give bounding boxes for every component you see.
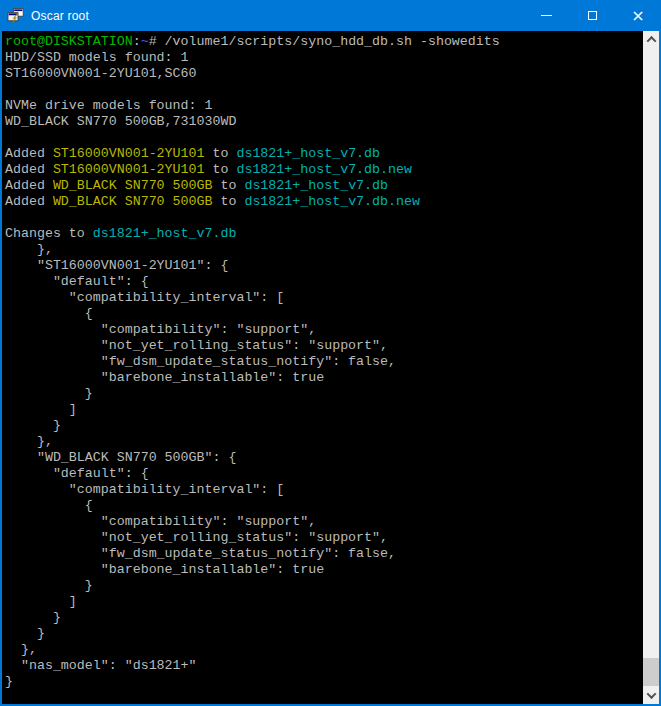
- terminal-line: ]: [5, 402, 643, 418]
- terminal-line: "barebone_installable": true: [5, 562, 643, 578]
- terminal-line: ST16000VN001-2YU101,SC60: [5, 66, 643, 82]
- terminal-line: Added WD_BLACK SN770 500GB to ds1821+_ho…: [5, 194, 643, 210]
- terminal-line: [5, 82, 643, 98]
- terminal-screen[interactable]: root@DISKSTATION:~# /volume1/scripts/syn…: [2, 31, 643, 704]
- terminal-line: NVMe drive models found: 1: [5, 98, 643, 114]
- terminal-line: "compatibility": "support",: [5, 514, 643, 530]
- terminal-line: }: [5, 578, 643, 594]
- terminal-line: {: [5, 498, 643, 514]
- terminal-line: "compatibility": "support",: [5, 322, 643, 338]
- minimize-icon: [541, 15, 552, 16]
- terminal-line: root@DISKSTATION:~# /volume1/scripts/syn…: [5, 34, 643, 50]
- terminal-line: "fw_dsm_update_status_notify": false,: [5, 354, 643, 370]
- scroll-up-button[interactable]: [643, 31, 659, 48]
- terminal-line: [5, 130, 643, 146]
- terminal-line: "not_yet_rolling_status": "support",: [5, 530, 643, 546]
- chevron-down-icon: [646, 689, 656, 699]
- terminal-line: WD_BLACK SN770 500GB,731030WD: [5, 114, 643, 130]
- maximize-button[interactable]: [569, 0, 615, 31]
- terminal-line: },: [5, 434, 643, 450]
- terminal-line: }: [5, 626, 643, 642]
- terminal-line: HDD/SSD models found: 1: [5, 50, 643, 66]
- scrollbar[interactable]: [643, 31, 659, 704]
- terminal-line: "compatibility_interval": [: [5, 290, 643, 306]
- chevron-up-icon: [646, 36, 656, 46]
- terminal-line: Added WD_BLACK SN770 500GB to ds1821+_ho…: [5, 178, 643, 194]
- terminal-line: "default": {: [5, 274, 643, 290]
- scroll-down-button[interactable]: [643, 687, 659, 704]
- terminal-line: },: [5, 642, 643, 658]
- maximize-icon: [588, 11, 597, 20]
- terminal-body: root@DISKSTATION:~# /volume1/scripts/syn…: [2, 31, 659, 704]
- terminal-line: "nas_model": "ds1821+": [5, 658, 643, 674]
- terminal-line: "barebone_installable": true: [5, 370, 643, 386]
- terminal-line: }: [5, 610, 643, 626]
- window-controls: ×: [523, 0, 661, 31]
- scrollbar-thumb[interactable]: [643, 658, 659, 686]
- window-title: Oscar root: [31, 9, 89, 23]
- terminal-line: }: [5, 386, 643, 402]
- terminal-line: "default": {: [5, 466, 643, 482]
- terminal-line: "WD_BLACK SN770 500GB": {: [5, 450, 643, 466]
- terminal-line: "fw_dsm_update_status_notify": false,: [5, 546, 643, 562]
- scrollbar-track[interactable]: [643, 48, 659, 687]
- terminal-line: Added ST16000VN001-2YU101 to ds1821+_hos…: [5, 162, 643, 178]
- terminal-line: "ST16000VN001-2YU101": {: [5, 258, 643, 274]
- terminal-line: },: [5, 242, 643, 258]
- terminal-line: }: [5, 674, 643, 690]
- terminal-line: {: [5, 306, 643, 322]
- terminal-line: Changes to ds1821+_host_v7.db: [5, 226, 643, 242]
- terminal-line: "compatibility_interval": [: [5, 482, 643, 498]
- titlebar[interactable]: Oscar root ×: [0, 0, 661, 31]
- terminal-line: ]: [5, 594, 643, 610]
- putty-terminals-lightning-icon: [7, 8, 24, 24]
- minimize-button[interactable]: [523, 0, 569, 31]
- terminal-line: "not_yet_rolling_status": "support",: [5, 338, 643, 354]
- close-icon: ×: [631, 8, 644, 24]
- close-button[interactable]: ×: [615, 0, 661, 31]
- putty-window: Oscar root × root@DISKSTATION:~# /volume…: [0, 0, 661, 706]
- terminal-line: [5, 210, 643, 226]
- terminal-line: Added ST16000VN001-2YU101 to ds1821+_hos…: [5, 146, 643, 162]
- terminal-line: }: [5, 418, 643, 434]
